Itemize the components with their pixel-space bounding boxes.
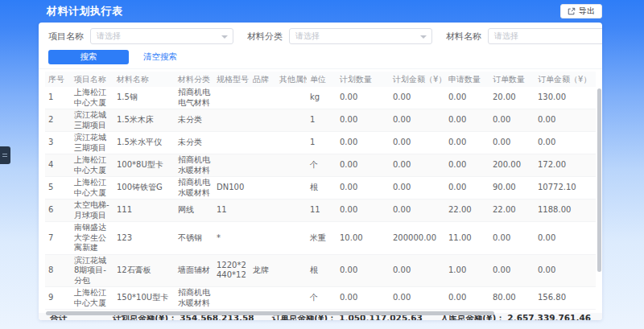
cell-plan_amt: 0.00 — [390, 154, 445, 177]
cell-spec: DN100 — [213, 177, 250, 199]
cell-material: 111 — [114, 199, 175, 222]
cell-project: 上海松江中心大厦 — [71, 154, 114, 177]
table-row: 9上海松江中心大厦150*10U型卡招商机电水暖材料个0.000.000.008… — [45, 287, 596, 310]
table-row: 3滨江花城三期项目1.5米水平仪未分类10.000.000.000.000.00 — [45, 132, 596, 154]
cell-apply_qty: 0.00 — [445, 287, 489, 310]
cell-project: 上海松江中心大厦 — [71, 87, 114, 109]
cell-other — [276, 109, 307, 132]
column-header: 订单金额（¥） — [535, 72, 596, 87]
material-category-select[interactable]: 请选择 — [289, 28, 432, 44]
cell-order_amt: 0.00 — [535, 254, 596, 287]
cell-no: 8 — [45, 254, 71, 287]
cell-other — [276, 87, 307, 109]
cell-plan_qty: 0.00 — [336, 287, 390, 310]
vertical-scrollbar[interactable] — [597, 88, 601, 272]
cell-plan_amt: 0.00 — [390, 109, 445, 132]
cell-unit: 1 — [307, 109, 336, 132]
cell-material: 100*8U型卡 — [114, 154, 175, 177]
column-header: 订单数量 — [489, 72, 535, 87]
material-plan-page: 材料计划执行表 导出 项目名称 请选择 — [0, 0, 644, 329]
cell-spec — [213, 132, 250, 154]
clear-search-link[interactable]: 清空搜索 — [143, 51, 177, 63]
cell-material: 100铸铁管G — [114, 177, 175, 199]
cell-order_qty: 20.00 — [489, 87, 535, 109]
material-name-select[interactable]: 请选择 — [488, 28, 602, 44]
filter-label: 材料分类 — [247, 31, 283, 43]
cell-material: 12石膏板 — [114, 254, 175, 287]
table-row: 1上海松江中心大厦1.5钢招商机电电气材料kg0.000.000.0020.00… — [45, 87, 596, 109]
cell-category: 网线 — [175, 199, 213, 222]
cell-plan_amt: 200000.00 — [390, 222, 445, 255]
export-button[interactable]: 导出 — [560, 4, 602, 19]
cell-brand — [250, 287, 276, 310]
cell-apply_qty: 1.00 — [445, 254, 489, 287]
cell-plan_amt: 0.00 — [390, 132, 445, 154]
cell-material: 1.5钢 — [114, 87, 175, 109]
cell-material: 123 — [114, 222, 175, 255]
cell-other — [276, 199, 307, 222]
cell-category: 墙面辅材 — [175, 254, 213, 287]
chevron-down-icon — [420, 35, 427, 39]
sidebar-collapsed-handle[interactable] — [0, 146, 10, 164]
cell-category: 招商机电水暖材料 — [175, 177, 213, 199]
horizontal-scrollbar[interactable] — [46, 311, 494, 315]
cell-plan_amt: 0.00 — [390, 254, 445, 287]
cell-project: 滨江花城8期项目-分包 — [71, 254, 114, 287]
cell-spec: * — [213, 222, 250, 255]
filter-label: 材料名称 — [446, 31, 481, 43]
cell-order_qty: 0.00 — [489, 222, 535, 255]
cell-plan_amt: 0.00 — [390, 287, 445, 310]
cell-order_amt: 130.00 — [535, 87, 596, 109]
cell-no: 1 — [45, 87, 71, 109]
column-header: 计划金额（¥） — [390, 72, 445, 87]
export-label: 导出 — [579, 6, 595, 17]
cell-order_qty: 22.00 — [489, 199, 535, 222]
column-header: 材料名称 — [114, 72, 175, 87]
table-row: 4上海松江中心大厦100*8U型卡招商机电水暖材料个0.000.000.0020… — [45, 154, 596, 177]
project-name-select[interactable]: 请选择 — [90, 28, 233, 44]
content-panel: 项目名称 请选择 材料分类 请选择 材料名称 请选择 — [39, 23, 602, 320]
cell-apply_qty: 0.00 — [445, 87, 489, 109]
cell-plan_qty: 0.00 — [336, 132, 390, 154]
cell-spec — [213, 287, 250, 310]
cell-category: 未分类 — [175, 109, 213, 132]
filter-project-name: 项目名称 请选择 — [48, 28, 233, 44]
column-header: 项目名称 — [71, 72, 114, 87]
titlebar: 材料计划执行表 导出 — [0, 0, 644, 23]
cell-order_qty: 80.00 — [489, 287, 535, 310]
export-icon — [568, 7, 576, 15]
cell-project: 上海松江中心大厦 — [71, 287, 114, 310]
cell-unit: 个 — [307, 287, 336, 310]
cell-order_amt: 0.00 — [535, 109, 596, 132]
cell-category: 招商机电水暖材料 — [175, 287, 213, 310]
cell-brand — [250, 87, 276, 109]
cell-unit: 1 — [307, 132, 336, 154]
cell-unit: 根 — [307, 177, 336, 199]
table-row: 6太空电梯-月球项目111网线11110.000.0022.0022.00118… — [45, 199, 596, 222]
cell-project: 南钢盛达大学生公寓新建 — [71, 222, 114, 255]
cell-brand — [250, 222, 276, 255]
cell-plan_qty: 0.00 — [336, 109, 390, 132]
cell-other — [276, 132, 307, 154]
column-header: 序号 — [45, 72, 71, 87]
cell-category: 招商机电水暖材料 — [175, 154, 213, 177]
cell-apply_qty: 22.00 — [445, 199, 489, 222]
search-button[interactable]: 搜索 — [48, 50, 129, 64]
column-header: 规格型号 — [213, 72, 250, 87]
cell-other — [276, 222, 307, 255]
cell-unit: 根 — [307, 254, 336, 287]
cell-project: 太空电梯-月球项目 — [71, 199, 114, 222]
cell-brand — [250, 199, 276, 222]
cell-brand — [250, 132, 276, 154]
cell-order_qty: 0.00 — [489, 132, 535, 154]
filter-material-name: 材料名称 请选择 — [446, 28, 602, 44]
cell-plan_amt: 0.00 — [390, 199, 445, 222]
cell-plan_amt: 0.00 — [390, 87, 445, 109]
cell-order_amt: 10772.10 — [535, 177, 596, 199]
cell-plan_qty: 10.00 — [336, 222, 390, 255]
cell-order_qty: 90.00 — [489, 177, 535, 199]
filter-material-category: 材料分类 请选择 — [247, 28, 432, 44]
cell-other — [276, 254, 307, 287]
cell-project: 滨江花城三期项目 — [71, 109, 114, 132]
column-header: 品牌 — [250, 72, 276, 87]
